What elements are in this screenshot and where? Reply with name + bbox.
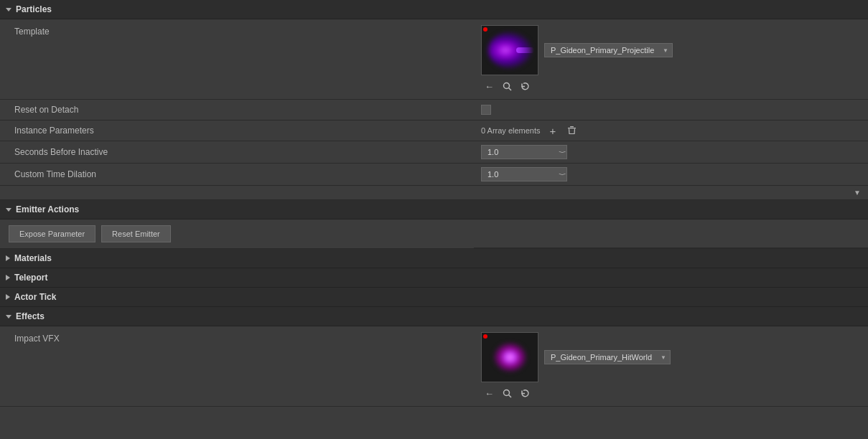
- template-reset-btn[interactable]: [518, 80, 532, 93]
- materials-label: Materials: [14, 253, 52, 263]
- impact-vfx-dropdown[interactable]: P_Gideon_Primary_HitWorld: [544, 350, 671, 364]
- emitter-actions-body: Expose Parameter Reset Emitter: [0, 220, 868, 249]
- particles-section-label: Particles: [16, 4, 52, 14]
- array-delete-btn[interactable]: [565, 126, 579, 136]
- template-dropdown[interactable]: P_Gideon_Primary_Projectile: [544, 43, 673, 57]
- custom-time-value: [474, 164, 868, 186]
- effects-label: Effects: [16, 311, 45, 321]
- impact-vfx-value: P_Gideon_Primary_HitWorld ←: [474, 326, 868, 406]
- teleport-label: Teleport: [14, 273, 47, 283]
- impact-vfx-label: Impact VFX: [0, 326, 474, 406]
- down-arrow-row: ▼: [0, 186, 868, 200]
- emitter-actions-buttons: Expose Parameter Reset Emitter: [0, 220, 474, 248]
- emitter-actions-label: Emitter Actions: [16, 204, 79, 214]
- instance-params-value: 0 Array elements +: [474, 121, 868, 141]
- impact-vfx-thumbnail: [481, 332, 538, 382]
- actor-tick-expand-icon: [6, 294, 10, 300]
- custom-time-input[interactable]: [481, 167, 567, 181]
- seconds-inactive-label: Seconds Before Inactive: [0, 141, 474, 164]
- template-label: Template: [0, 19, 474, 99]
- svg-point-4: [504, 390, 510, 396]
- effects-section-header[interactable]: Effects: [0, 307, 868, 326]
- custom-time-label: Custom Time Dilation: [0, 164, 474, 186]
- reset-on-detach-value: [474, 100, 868, 121]
- svg-rect-3: [570, 126, 574, 127]
- impact-reset-btn[interactable]: [518, 387, 532, 400]
- scroll-down-icon: ▼: [854, 189, 861, 197]
- instance-params-row: Instance Parameters 0 Array elements +: [0, 121, 868, 141]
- svg-line-5: [509, 395, 512, 398]
- svg-point-0: [504, 83, 510, 89]
- array-add-btn[interactable]: +: [548, 126, 559, 136]
- seconds-inactive-value: [474, 141, 868, 164]
- reset-on-detach-checkbox[interactable]: [481, 105, 491, 115]
- svg-line-1: [509, 88, 512, 91]
- effects-collapse-icon: [6, 315, 11, 318]
- reset-on-detach-row: Reset on Detach: [0, 100, 868, 121]
- emitter-actions-right: [474, 220, 868, 248]
- seconds-inactive-input[interactable]: [481, 145, 567, 159]
- particles-section-header[interactable]: Particles: [0, 0, 868, 19]
- materials-expand-icon: [6, 255, 10, 261]
- impact-vfx-dropdown-wrapper[interactable]: P_Gideon_Primary_HitWorld: [544, 350, 671, 364]
- emitter-actions-header[interactable]: Emitter Actions: [0, 200, 868, 220]
- reset-on-detach-checkbox-wrapper: [481, 105, 491, 115]
- seconds-inactive-wrapper: [481, 145, 567, 159]
- template-dropdown-wrapper[interactable]: P_Gideon_Primary_Projectile: [544, 43, 673, 57]
- template-value: P_Gideon_Primary_Projectile ←: [474, 19, 868, 99]
- template-thumbnail: [481, 25, 538, 75]
- template-search-btn[interactable]: [500, 80, 514, 93]
- instance-params-label: Instance Parameters: [0, 121, 474, 141]
- array-count-label: 0 Array elements: [481, 126, 541, 135]
- actor-tick-label: Actor Tick: [14, 292, 56, 302]
- array-row: 0 Array elements +: [481, 126, 579, 136]
- impact-vfx-row: Impact VFX P_Gideon_Primary_HitWorld ←: [0, 326, 868, 407]
- template-arrow-left-btn[interactable]: ←: [482, 80, 496, 93]
- template-icons: ←: [481, 80, 861, 93]
- impact-vfx-icons: ←: [481, 387, 861, 400]
- seconds-inactive-row: Seconds Before Inactive: [0, 141, 868, 164]
- teleport-section-header[interactable]: Teleport: [0, 268, 868, 288]
- emitter-actions-collapse-icon: [6, 208, 11, 212]
- particles-collapse-icon: [6, 8, 11, 11]
- impact-vfx-top: P_Gideon_Primary_HitWorld: [481, 332, 861, 382]
- custom-time-wrapper: [481, 167, 567, 181]
- actor-tick-section-header[interactable]: Actor Tick: [0, 288, 868, 307]
- custom-time-row: Custom Time Dilation: [0, 164, 868, 186]
- impact-particle-glow: [494, 343, 526, 372]
- svg-rect-2: [568, 128, 576, 128]
- particle-tail: [516, 47, 534, 53]
- impact-arrow-left-btn[interactable]: ←: [482, 387, 496, 400]
- impact-search-btn[interactable]: [500, 387, 514, 400]
- teleport-expand-icon: [6, 275, 10, 280]
- template-row: Template P_Gideon_Primary_Projectile ←: [0, 19, 868, 100]
- reset-emitter-btn[interactable]: Reset Emitter: [101, 225, 171, 242]
- materials-section-header[interactable]: Materials: [0, 249, 868, 268]
- reset-on-detach-label: Reset on Detach: [0, 100, 474, 121]
- expose-parameter-btn[interactable]: Expose Parameter: [9, 225, 95, 242]
- template-top: P_Gideon_Primary_Projectile: [481, 25, 861, 75]
